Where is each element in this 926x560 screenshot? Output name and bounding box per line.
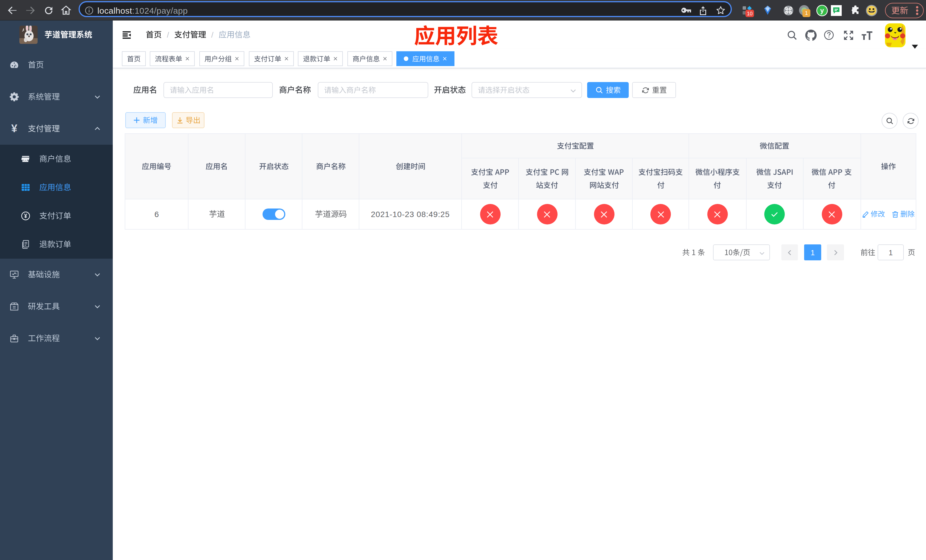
svg-text:y: y bbox=[820, 6, 824, 14]
